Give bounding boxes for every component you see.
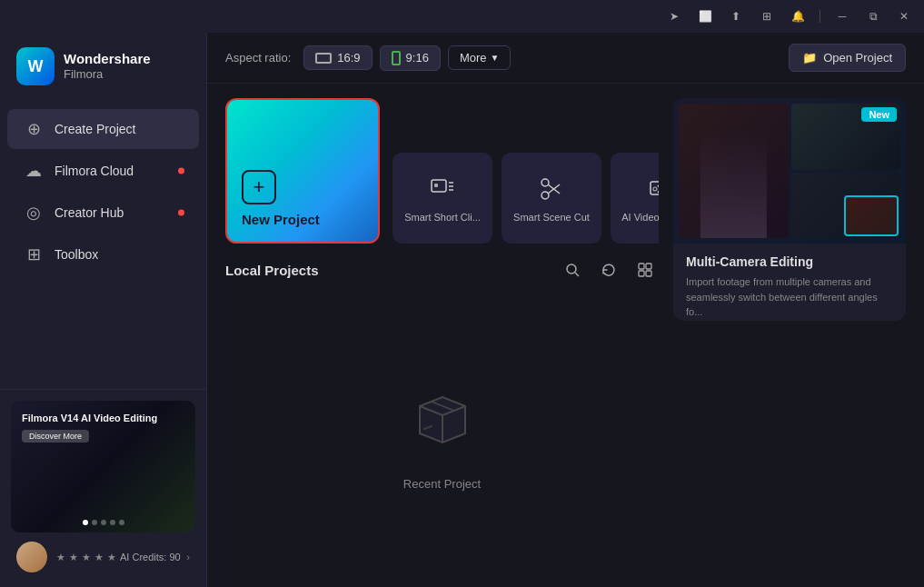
logo-text: Wondershare Filmora — [64, 52, 151, 81]
banner-dot — [101, 520, 106, 525]
sidebar-bottom: Filmora V14 AI Video Editing Discover Mo… — [0, 389, 206, 587]
local-projects-header: Local Projects — [225, 256, 659, 284]
smart-scene-cut-icon — [535, 173, 568, 205]
search-projects-button[interactable] — [559, 256, 586, 284]
titlebar-separator — [820, 10, 820, 23]
ratio-16-9-label: 16:9 — [337, 51, 360, 65]
main-content: Aspect ratio: 16:9 9:16 More ▼ 📁 Open Pr… — [207, 33, 924, 587]
right-section: New Multi-Camera Editing — [673, 98, 906, 572]
star-icon: ★ — [107, 552, 116, 563]
sidebar-item-label: Creator Hub — [55, 205, 124, 220]
ai-credits-label: AI Credits: 90 — [120, 552, 181, 562]
notification-dot — [178, 210, 184, 216]
open-project-label: Open Project — [823, 51, 892, 65]
logo-brand: Wondershare — [64, 52, 151, 67]
local-projects-section: Local Projects — [225, 256, 659, 572]
banner-discover-btn[interactable]: Discover More — [22, 430, 89, 443]
sidebar: W Wondershare Filmora ⊕ Create Project ☁… — [0, 33, 207, 587]
sidebar-item-create-project[interactable]: ⊕ Create Project — [7, 109, 199, 149]
ai-video-enhance-icon — [644, 173, 659, 205]
ai-video-enhance-card[interactable]: AI Video Enhan... — [611, 153, 659, 244]
cloud-upload-icon[interactable]: ⬆ — [723, 4, 749, 29]
more-label: More — [460, 51, 487, 65]
cards-row: + New Project — [225, 98, 659, 244]
svg-rect-18 — [646, 264, 651, 269]
svg-point-6 — [541, 192, 549, 199]
sidebar-item-label: Create Project — [55, 122, 135, 136]
empty-projects: Recent Project — [225, 296, 659, 572]
svg-rect-20 — [646, 271, 651, 276]
star-icon: ★ — [82, 552, 91, 563]
left-section: + New Project — [225, 98, 659, 572]
sidebar-banner[interactable]: Filmora V14 AI Video Editing Discover Mo… — [11, 401, 195, 532]
svg-rect-1 — [434, 184, 438, 187]
logo-sub: Filmora — [64, 67, 151, 81]
avatar — [16, 542, 47, 572]
showcase-card: New Multi-Camera Editing — [673, 98, 906, 321]
open-project-button[interactable]: 📁 Open Project — [789, 44, 906, 72]
showcase-info: Multi-Camera Editing Import footage from… — [673, 244, 906, 321]
cloud-icon: ☁ — [24, 161, 44, 181]
chevron-down-icon: ▼ — [491, 53, 500, 63]
content-area: + New Project — [207, 84, 924, 587]
new-project-label: New Project — [242, 212, 320, 227]
feature-cards-area: Smart Short Cli... — [392, 98, 659, 244]
empty-box-icon — [406, 379, 479, 466]
cam-cell-1 — [679, 104, 789, 238]
sidebar-item-label: Filmora Cloud — [55, 164, 134, 178]
smart-short-clip-card[interactable]: Smart Short Cli... — [392, 153, 492, 244]
feature-card-label: AI Video Enhan... — [621, 211, 659, 224]
close-icon[interactable]: ✕ — [891, 4, 917, 29]
toolbar-right: 📁 Open Project — [789, 44, 906, 72]
feature-cards-row: Smart Short Cli... — [392, 153, 659, 244]
smart-short-clip-icon — [426, 173, 459, 205]
user-credits-row: ★ ★ ★ ★ ★ AI Credits: 90 › — [56, 552, 190, 563]
banner-overlay: Filmora V14 AI Video Editing Discover Mo… — [22, 412, 184, 443]
sidebar-logo: W Wondershare Filmora — [0, 33, 206, 100]
svg-rect-17 — [639, 264, 644, 269]
sidebar-nav: ⊕ Create Project ☁ Filmora Cloud ◎ Creat… — [0, 100, 206, 389]
restore-icon[interactable]: ⧉ — [860, 4, 886, 29]
local-projects-title: Local Projects — [225, 263, 559, 278]
svg-point-15 — [567, 264, 576, 274]
showcase-image: New — [673, 98, 906, 244]
more-ratios-button[interactable]: More ▼ — [448, 45, 512, 70]
feature-card-label: Smart Scene Cut — [513, 211, 590, 224]
titlebar: ➤ ⬜ ⬆ ⊞ 🔔 ─ ⧉ ✕ — [0, 0, 924, 33]
new-project-card[interactable]: + New Project — [225, 98, 380, 244]
smart-scene-cut-card[interactable]: Smart Scene Cut — [502, 153, 601, 244]
create-project-icon: ⊕ — [24, 119, 44, 139]
sidebar-item-label: Toolbox — [55, 247, 98, 262]
view-toggle-button[interactable] — [631, 256, 659, 284]
creator-hub-icon: ◎ — [24, 203, 44, 223]
banner-dots — [83, 520, 124, 525]
sidebar-item-toolbox[interactable]: ⊞ Toolbox — [7, 234, 199, 274]
send-icon[interactable]: ➤ — [661, 4, 687, 29]
minimize-icon[interactable]: ─ — [830, 4, 855, 29]
ratio-16-9-icon — [315, 53, 332, 64]
star-icon: ★ — [69, 552, 78, 563]
sidebar-item-filmora-cloud[interactable]: ☁ Filmora Cloud — [7, 151, 199, 191]
bell-icon[interactable]: 🔔 — [785, 4, 810, 29]
showcase-desc: Import footage from multiple cameras and… — [686, 274, 893, 320]
banner-dot — [119, 520, 124, 525]
grid-icon[interactable]: ⊞ — [754, 4, 780, 29]
svg-point-5 — [541, 179, 549, 186]
toolbox-icon: ⊞ — [24, 244, 44, 264]
ratio-9-16-label: 9:16 — [406, 51, 429, 65]
ratio-9-16-icon — [392, 51, 401, 65]
screen-icon[interactable]: ⬜ — [692, 4, 718, 29]
main-toolbar: Aspect ratio: 16:9 9:16 More ▼ 📁 Open Pr… — [207, 33, 924, 84]
ratio-9-16-button[interactable]: 9:16 — [380, 45, 441, 71]
refresh-projects-button[interactable] — [595, 256, 622, 284]
empty-projects-label: Recent Project — [403, 477, 481, 491]
sidebar-item-creator-hub[interactable]: ◎ Creator Hub — [7, 193, 199, 233]
local-projects-actions — [559, 256, 659, 284]
folder-icon: 📁 — [802, 51, 817, 65]
app-body: W Wondershare Filmora ⊕ Create Project ☁… — [0, 33, 924, 587]
new-project-plus-icon: + — [242, 170, 276, 204]
new-badge: New — [861, 107, 897, 122]
svg-rect-9 — [651, 182, 659, 194]
logo-icon: W — [16, 47, 55, 85]
ratio-16-9-button[interactable]: 16:9 — [303, 45, 372, 70]
